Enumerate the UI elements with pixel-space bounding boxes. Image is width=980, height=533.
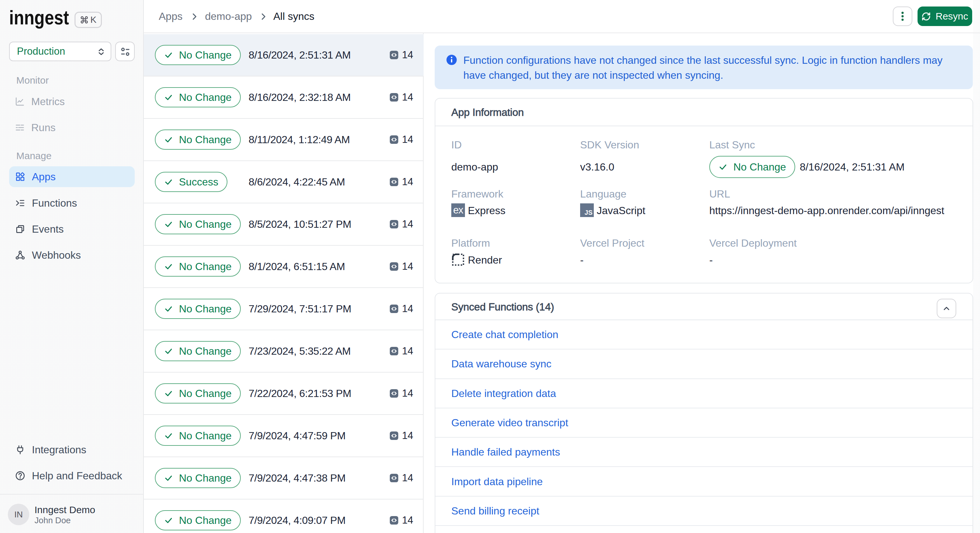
svg-text:inngest: inngest: [9, 6, 69, 29]
